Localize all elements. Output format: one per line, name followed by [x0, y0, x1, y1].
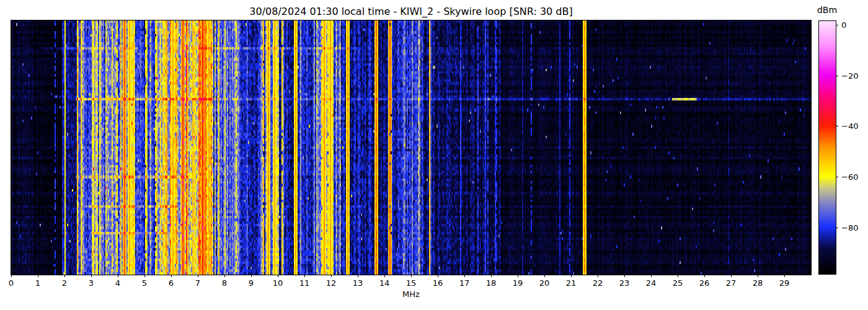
waterfall-plot-area	[11, 20, 812, 275]
x-tick-label: 2	[62, 278, 67, 288]
x-tick-label: 27	[726, 278, 737, 288]
x-tick-label: 25	[673, 278, 683, 288]
x-tick-mark	[544, 275, 545, 277]
x-tick-mark	[678, 275, 678, 277]
x-tick-mark	[38, 275, 38, 277]
x-tick-label: 17	[459, 278, 470, 288]
x-tick-mark	[518, 275, 518, 277]
x-tick-label: 14	[379, 278, 390, 288]
x-tick-mark	[171, 275, 172, 277]
x-tick-label: 4	[115, 278, 120, 288]
x-tick-label: 16	[433, 278, 443, 288]
x-tick-mark	[571, 275, 572, 277]
colorbar-tick-label: −40	[841, 122, 858, 131]
x-tick-label: 24	[646, 278, 657, 288]
x-tick-label: 22	[593, 278, 603, 288]
x-tick-label: 7	[195, 278, 200, 288]
x-tick-mark	[491, 275, 492, 277]
x-tick-mark	[251, 275, 252, 277]
x-tick-mark	[411, 275, 412, 277]
x-tick-label: 0	[9, 278, 14, 288]
x-tick-label: 13	[353, 278, 363, 288]
x-axis-label: MHz	[11, 290, 811, 299]
colorbar-tick-mark	[836, 76, 838, 76]
x-tick-mark	[384, 275, 385, 277]
x-tick-mark	[358, 275, 358, 277]
x-tick-label: 5	[142, 278, 147, 288]
colorbar-unit-label: dBm	[812, 5, 842, 15]
x-tick-label: 10	[273, 278, 283, 288]
x-tick-label: 29	[779, 278, 790, 288]
x-tick-mark	[304, 275, 305, 277]
x-tick-label: 21	[566, 278, 577, 288]
x-tick-mark	[598, 275, 598, 277]
x-tick-mark	[278, 275, 278, 277]
x-tick-label: 23	[619, 278, 630, 288]
x-tick-label: 3	[89, 278, 94, 288]
colorbar-tick-mark	[836, 228, 838, 228]
x-tick-mark	[198, 275, 198, 277]
x-tick-mark	[704, 275, 705, 277]
x-tick-label: 19	[513, 278, 523, 288]
x-tick-mark	[464, 275, 465, 277]
x-tick-label: 6	[169, 278, 174, 288]
x-tick-label: 9	[249, 278, 254, 288]
x-tick-mark	[64, 275, 65, 277]
x-tick-mark	[118, 275, 118, 277]
colorbar-tick-label: −60	[841, 172, 858, 181]
x-tick-label: 12	[326, 278, 337, 288]
x-tick-mark	[758, 275, 758, 277]
x-tick-mark	[731, 275, 732, 277]
colorbar-tick-mark	[836, 25, 838, 25]
spectrogram-figure: 30/08/2024 01:30 local time - KIWI_2 - S…	[0, 0, 868, 310]
x-tick-label: 8	[222, 278, 227, 288]
x-tick-label: 20	[539, 278, 550, 288]
x-tick-label: 26	[699, 278, 710, 288]
x-tick-mark	[784, 275, 785, 277]
x-tick-label: 18	[486, 278, 497, 288]
x-tick-mark	[91, 275, 92, 277]
chart-title: 30/08/2024 01:30 local time - KIWI_2 - S…	[11, 6, 811, 17]
colorbar-tick-label: −80	[841, 223, 858, 232]
colorbar-tick-label: −20	[841, 71, 858, 80]
colorbar	[818, 20, 836, 275]
waterfall-heatmap-canvas	[11, 20, 811, 275]
colorbar-tick-mark	[836, 177, 838, 177]
x-tick-mark	[624, 275, 625, 277]
x-tick-mark	[331, 275, 332, 277]
x-tick-label: 1	[35, 278, 40, 288]
x-tick-mark	[144, 275, 145, 277]
x-tick-label: 11	[299, 278, 310, 288]
x-tick-mark	[224, 275, 225, 277]
x-tick-label: 15	[406, 278, 417, 288]
x-tick-mark	[11, 275, 12, 277]
x-tick-label: 28	[753, 278, 763, 288]
colorbar-gradient-canvas	[819, 21, 836, 274]
colorbar-tick-mark	[836, 126, 838, 126]
x-tick-mark	[438, 275, 438, 277]
x-tick-mark	[651, 275, 652, 277]
colorbar-tick-label: 0	[841, 20, 846, 30]
